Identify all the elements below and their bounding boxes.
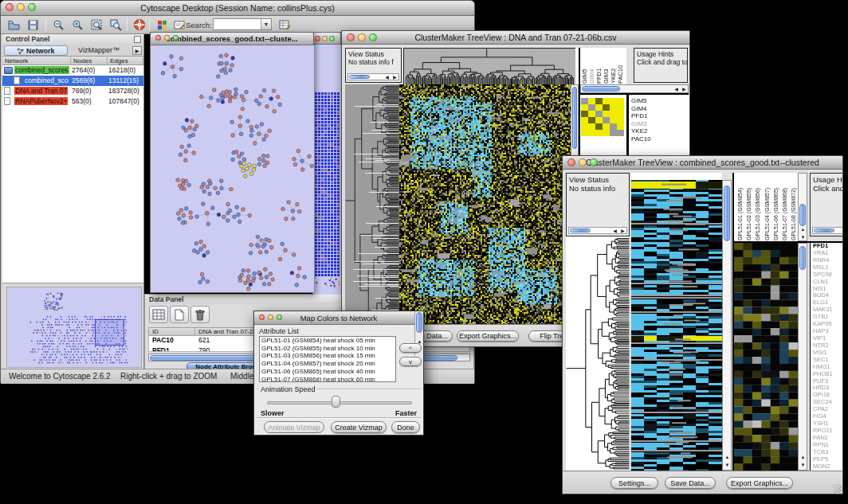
network2-canvas[interactable] bbox=[313, 45, 341, 295]
zoom-matrix-canvas[interactable] bbox=[581, 98, 624, 136]
close-icon[interactable] bbox=[567, 158, 575, 166]
scroll-down-icon[interactable] bbox=[724, 462, 731, 469]
resize-grip[interactable] bbox=[833, 484, 842, 493]
treeview2-titlebar[interactable]: ClusterMaker TreeView : combined_scores_… bbox=[563, 156, 842, 170]
scrollbar-thumb[interactable] bbox=[799, 204, 806, 226]
float-panel-icon[interactable] bbox=[134, 36, 141, 43]
create-attribute-button[interactable] bbox=[170, 306, 189, 323]
minimize-icon[interactable] bbox=[358, 33, 366, 41]
search-input[interactable]: ▼ bbox=[213, 18, 272, 30]
network-list-row[interactable]: combined_sco 2569(6) 13112(15) bbox=[2, 76, 143, 86]
select-attributes-button[interactable] bbox=[149, 306, 168, 323]
attribute-list-item[interactable]: GPL51-04 (GSM857) heat shock 20 min bbox=[260, 360, 395, 368]
help-button[interactable] bbox=[132, 18, 147, 32]
attribute-list-item[interactable]: GPL51-07 (GSM868) heat shock 60 min bbox=[260, 376, 395, 382]
gene-label[interactable]: PFD1 bbox=[629, 112, 689, 120]
view-status-scrollbar[interactable] bbox=[568, 227, 627, 234]
move-up-button[interactable]: ^ bbox=[399, 343, 422, 353]
scroll-right-icon[interactable] bbox=[619, 228, 626, 235]
network1-titlebar[interactable]: combined_scores_good.txt--cluste... bbox=[151, 33, 313, 45]
tab-network[interactable]: Network bbox=[4, 45, 68, 56]
scrollbar-thumb[interactable] bbox=[799, 246, 806, 270]
column-label[interactable]: GPL51-08 (GSM872) bbox=[789, 173, 797, 241]
heatmap-global-canvas[interactable] bbox=[399, 84, 571, 326]
minimize-icon[interactable] bbox=[17, 3, 25, 11]
scroll-up-icon[interactable] bbox=[799, 454, 807, 461]
scrollbar-thumb[interactable] bbox=[724, 186, 730, 241]
zoom-window-icon[interactable] bbox=[28, 3, 36, 11]
heatmap-global-canvas[interactable] bbox=[631, 180, 722, 471]
scrollbar-thumb[interactable] bbox=[814, 229, 834, 232]
network-list-row[interactable]: DNA and Tran 07 769(0) 183728(0) bbox=[2, 86, 143, 96]
attribute-list-item[interactable]: GPL51-06 (GSM865) heat shock 40 min bbox=[260, 368, 395, 376]
main-titlebar[interactable]: Cytoscape Desktop (Session Name: collins… bbox=[1, 1, 474, 16]
network-list-row[interactable]: combined_scores 2764(0) 16218(0) bbox=[2, 65, 143, 76]
gene-label[interactable]: MON2 bbox=[811, 463, 843, 471]
close-icon[interactable] bbox=[155, 35, 161, 41]
open-file-button[interactable] bbox=[6, 18, 22, 32]
column-dendrogram-canvas[interactable] bbox=[403, 48, 576, 86]
network-view-window[interactable]: combined_scores_good.txt--cluste... bbox=[150, 32, 314, 293]
heatmap-zoom-canvas[interactable] bbox=[734, 243, 798, 471]
animate-vizmap-button[interactable]: Animate Vizmap bbox=[264, 421, 324, 433]
usage-hints-scrollbar[interactable] bbox=[812, 227, 843, 234]
network-list-row[interactable]: RNAPuberNov2+ 563(0) 107847(0) bbox=[2, 96, 143, 107]
delete-attribute-button[interactable] bbox=[190, 306, 210, 323]
zoom-in-button[interactable] bbox=[69, 18, 85, 32]
column-label[interactable]: GPL51-03 (GSM856) bbox=[753, 173, 761, 241]
column-label[interactable]: GPL51-04 (GSM857) bbox=[763, 173, 771, 241]
treeview1-titlebar[interactable]: ClusterMaker TreeView : DNA and Tran 07-… bbox=[342, 31, 689, 45]
zoom-window-icon[interactable] bbox=[369, 33, 377, 41]
zoom-vscrollbar[interactable] bbox=[798, 243, 807, 471]
scroll-left-icon[interactable] bbox=[383, 74, 391, 81]
close-icon[interactable] bbox=[6, 3, 14, 11]
gene-label[interactable]: GIM4 bbox=[629, 105, 689, 113]
tab-overflow-arrow-icon[interactable]: ▶ bbox=[132, 46, 142, 55]
dialog-titlebar[interactable]: Map Colors to Network bbox=[254, 311, 423, 325]
scrollbar-thumb[interactable] bbox=[572, 87, 577, 149]
annotation-button[interactable] bbox=[171, 18, 187, 32]
zoom-fit-button[interactable] bbox=[88, 18, 104, 32]
move-down-button[interactable]: v bbox=[399, 357, 422, 366]
close-icon[interactable] bbox=[259, 315, 265, 320]
scroll-left-icon[interactable] bbox=[673, 86, 680, 93]
tab-vizmapper[interactable]: VizMapper™ bbox=[69, 45, 128, 56]
attribute-list-item[interactable]: GPL51-01 (GSM854) heat shock 05 min bbox=[260, 337, 395, 345]
gene-label[interactable]: YKE2 bbox=[629, 127, 689, 135]
export-graphics-button[interactable]: Export Graphics... bbox=[726, 477, 793, 489]
labels-vscrollbar[interactable] bbox=[798, 173, 807, 241]
export-graphics-button[interactable]: Export Graphics... bbox=[457, 330, 519, 342]
attribute-list-item[interactable]: GPL51-02 (GSM855) heat shock 10 min bbox=[260, 345, 395, 353]
zoom-window-icon[interactable] bbox=[173, 35, 179, 41]
scroll-right-icon[interactable] bbox=[681, 86, 688, 93]
scroll-down-icon[interactable] bbox=[799, 462, 807, 469]
search-dropdown-arrow-icon[interactable]: ▼ bbox=[261, 19, 271, 29]
attribute-batch-button[interactable] bbox=[277, 18, 292, 32]
map-colors-dialog[interactable]: Map Colors to Network Attribute List GPL… bbox=[253, 311, 424, 436]
zoomview-hscrollbar[interactable] bbox=[580, 84, 689, 93]
row-dendrogram-canvas[interactable] bbox=[345, 84, 399, 326]
scroll-right-icon[interactable] bbox=[391, 74, 398, 81]
scroll-left-icon[interactable] bbox=[611, 228, 618, 235]
scroll-up-icon[interactable] bbox=[799, 226, 807, 233]
attribute-list-item[interactable]: GPL51-03 (GSM856) heat shock 15 min bbox=[260, 352, 395, 360]
gene-label[interactable]: GIM3 bbox=[629, 120, 689, 128]
column-label[interactable]: GPL51-06 (GSM865) bbox=[771, 173, 779, 241]
row-dendrogram-canvas[interactable] bbox=[566, 236, 630, 471]
gene-label[interactable]: GIM5 bbox=[629, 97, 689, 105]
column-label[interactable]: GPL51-01 (GSM854) bbox=[736, 173, 744, 241]
view-status-scrollbar[interactable] bbox=[347, 73, 399, 80]
heatmap-vscrollbar[interactable] bbox=[722, 180, 732, 471]
minimize-icon[interactable] bbox=[579, 158, 587, 166]
scroll-up-icon[interactable] bbox=[724, 454, 731, 461]
treeview-window-combined[interactable]: ClusterMaker TreeView : combined_scores_… bbox=[562, 155, 843, 494]
minimize-icon[interactable] bbox=[268, 315, 273, 320]
scrollbar-thumb[interactable] bbox=[582, 86, 620, 92]
scrollbar-thumb[interactable] bbox=[349, 75, 370, 79]
done-button[interactable]: Done bbox=[391, 421, 420, 433]
network-view-window-background[interactable] bbox=[312, 32, 341, 295]
save-data-button[interactable]: Save Data... bbox=[665, 477, 716, 489]
zoom-window-icon[interactable] bbox=[277, 315, 282, 320]
column-label[interactable]: PAC10 bbox=[617, 48, 625, 84]
create-vizmap-button[interactable]: Create Vizmap bbox=[331, 421, 387, 433]
